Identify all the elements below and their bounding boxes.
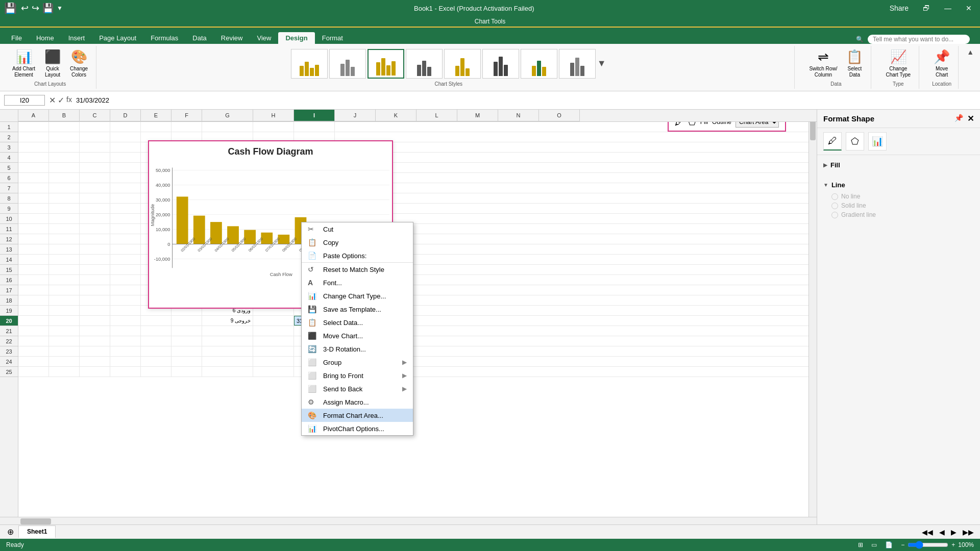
tab-review[interactable]: Review <box>214 32 250 44</box>
redo-btn[interactable]: ↪ <box>32 3 39 14</box>
chart-style-3[interactable] <box>368 49 404 79</box>
row-header-7[interactable]: 7 <box>0 183 18 193</box>
vertical-scrollbar[interactable] <box>808 110 817 525</box>
change-chart-type-btn[interactable]: 📈 ChangeChart Type <box>883 48 914 79</box>
ctx-group[interactable]: ⬜ Group ▶ <box>302 356 413 369</box>
zoom-slider[interactable] <box>908 541 948 549</box>
cell-a1[interactable] <box>18 122 49 132</box>
row-header-4[interactable]: 4 <box>0 153 18 163</box>
panel-fill-tab[interactable]: 🖊 <box>823 132 842 151</box>
tab-file[interactable]: File <box>4 32 29 44</box>
ctx-reset[interactable]: ↺ Reset to Match Style <box>302 263 413 276</box>
quick-layout-btn[interactable]: ⬛ QuickLayout <box>41 48 64 79</box>
ribbon-collapse-btn[interactable]: ▲ <box>965 46 976 89</box>
panel-size-tab[interactable]: 📊 <box>868 132 887 151</box>
sheet-scroll-left[interactable]: ◀◀ <box>920 528 935 536</box>
solid-line-option[interactable]: Solid line <box>831 202 966 209</box>
col-header-b[interactable]: B <box>49 110 80 121</box>
panel-effects-tab[interactable]: ⬠ <box>846 132 864 151</box>
more-btn[interactable]: ▼ <box>57 5 63 12</box>
panel-pin-icon[interactable]: 📌 <box>954 114 963 123</box>
sheet-tab-1[interactable]: Sheet1 <box>18 525 56 538</box>
ctx-copy[interactable]: 📋 Copy <box>302 236 413 249</box>
ctx-move-chart[interactable]: ⬛ Move Chart... <box>302 329 413 342</box>
undo-btn[interactable]: ↩ <box>21 3 29 14</box>
row-header-19[interactable]: 19 <box>0 306 18 316</box>
col-header-o[interactable]: O <box>539 110 580 121</box>
cell-e1[interactable] <box>141 122 172 132</box>
select-data-btn[interactable]: 📋 SelectData <box>843 48 866 79</box>
row-header-24[interactable]: 24 <box>0 357 18 367</box>
col-header-c[interactable]: C <box>80 110 110 121</box>
cell-b1[interactable] <box>49 122 80 132</box>
col-header-i[interactable]: I <box>294 110 335 121</box>
zoom-minus-btn[interactable]: − <box>901 541 904 548</box>
confirm-formula-btn[interactable]: ✓ <box>58 95 64 105</box>
chart-style-5[interactable] <box>444 49 481 79</box>
add-sheet-btn[interactable]: ⊕ <box>4 526 16 538</box>
col-header-n[interactable]: N <box>498 110 539 121</box>
row-header-11[interactable]: 11 <box>0 224 18 234</box>
panel-close-btn[interactable]: ✕ <box>967 114 974 123</box>
search-input[interactable] <box>868 35 970 44</box>
move-chart-btn[interactable]: 📌 MoveChart <box>930 48 953 79</box>
cell-c1[interactable] <box>80 122 110 132</box>
page-layout-btn[interactable]: ▭ <box>871 541 877 548</box>
row-header-8[interactable]: 8 <box>0 193 18 204</box>
zoom-level[interactable]: 100% <box>958 541 974 548</box>
cell-f1[interactable] <box>172 122 202 132</box>
row-header-23[interactable]: 23 <box>0 346 18 357</box>
switch-row-column-btn[interactable]: ⇌ Switch Row/Column <box>806 48 840 79</box>
ctx-format-chart-area[interactable]: 🎨 Format Chart Area... <box>302 409 413 422</box>
tab-design[interactable]: Design <box>278 32 314 44</box>
tab-page-layout[interactable]: Page Layout <box>92 32 143 44</box>
tab-format[interactable]: Format <box>315 32 350 44</box>
tab-home[interactable]: Home <box>29 32 61 44</box>
col-header-j[interactable]: J <box>335 110 376 121</box>
tab-data[interactable]: Data <box>185 32 213 44</box>
zoom-plus-btn[interactable]: + <box>951 541 955 548</box>
gradient-line-option[interactable]: Gradient line <box>831 211 966 218</box>
cancel-formula-btn[interactable]: ✕ <box>49 95 56 105</box>
ctx-pivot-options[interactable]: 📊 PivotChart Options... <box>302 422 413 435</box>
col-header-f[interactable]: F <box>172 110 202 121</box>
tab-formulas[interactable]: Formulas <box>143 32 185 44</box>
row-header-9[interactable]: 9 <box>0 204 18 214</box>
restore-btn[interactable]: 🗗 <box>919 3 934 13</box>
cell-h1[interactable] <box>253 122 294 132</box>
cell-g1[interactable] <box>202 122 253 132</box>
ctx-send-back[interactable]: ⬜ Send to Back ▶ <box>302 382 413 395</box>
row-header-18[interactable]: 18 <box>0 295 18 306</box>
ctx-cut[interactable]: ✂ Cut <box>302 222 413 236</box>
row-header-17[interactable]: 17 <box>0 285 18 295</box>
col-header-l[interactable]: L <box>416 110 457 121</box>
horizontal-scrollbar[interactable] <box>0 517 817 525</box>
cell-d1[interactable] <box>110 122 141 132</box>
fill-section-header[interactable]: ▶ Fill <box>823 159 974 171</box>
formula-input[interactable] <box>76 96 976 104</box>
chart-style-8[interactable] <box>559 49 596 79</box>
insert-function-btn[interactable]: fx <box>66 95 72 105</box>
name-box[interactable]: I20 <box>4 95 45 106</box>
col-header-h[interactable]: H <box>253 110 294 121</box>
ctx-select-data[interactable]: 📋 Select Data... <box>302 316 413 329</box>
ctx-bring-front[interactable]: ⬜ Bring to Front ▶ <box>302 369 413 382</box>
no-line-option[interactable]: No line <box>831 193 966 200</box>
row-header-10[interactable]: 10 <box>0 214 18 224</box>
col-header-k[interactable]: K <box>376 110 416 121</box>
change-colors-btn[interactable]: 🎨 ChangeColors <box>67 48 91 79</box>
chart-style-6[interactable] <box>482 49 519 79</box>
chart-style-1[interactable] <box>291 49 328 79</box>
ctx-change-chart-type[interactable]: 📊 Change Chart Type... <box>302 289 413 303</box>
row-header-3[interactable]: 3 <box>0 142 18 153</box>
close-btn[interactable]: ✕ <box>962 3 976 13</box>
row-header-14[interactable]: 14 <box>0 255 18 265</box>
col-header-g[interactable]: G <box>202 110 253 121</box>
sheet-scroll-prev[interactable]: ◀ <box>937 528 947 536</box>
row-header-1[interactable]: 1 <box>0 122 18 132</box>
ctx-save-template[interactable]: 💾 Save as Template... <box>302 303 413 316</box>
sheet-scroll-next[interactable]: ▶ <box>949 528 959 536</box>
col-header-m[interactable]: M <box>457 110 498 121</box>
ctx-paste[interactable]: 📄 Paste Options: <box>302 249 413 263</box>
row-header-13[interactable]: 13 <box>0 244 18 255</box>
